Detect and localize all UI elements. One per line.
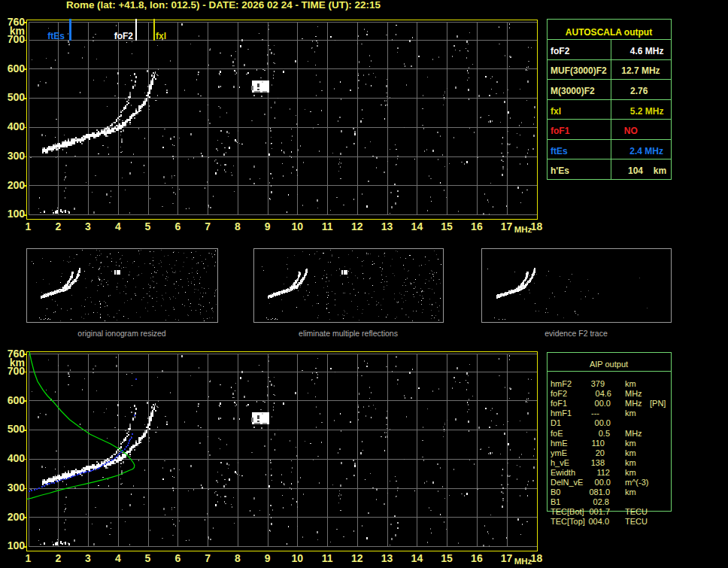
svg-text:h'Es: h'Es xyxy=(551,166,569,176)
svg-text:100: 100 xyxy=(8,208,26,220)
svg-text:2: 2 xyxy=(55,220,61,232)
svg-text:7: 7 xyxy=(205,220,211,232)
svg-text:600: 600 xyxy=(8,394,26,406)
svg-text:18: 18 xyxy=(531,220,543,232)
svg-text:TEC[Top]: TEC[Top] xyxy=(551,517,585,526)
svg-text:NO: NO xyxy=(624,126,638,136)
svg-text:9: 9 xyxy=(265,220,271,232)
svg-text:m^(-3): m^(-3) xyxy=(625,478,648,487)
svg-text:ftEs: ftEs xyxy=(551,146,568,156)
svg-text:379: 379 xyxy=(591,379,605,388)
svg-text:[PN]: [PN] xyxy=(650,399,666,408)
svg-text:h_vE: h_vE xyxy=(551,458,569,467)
svg-text:15: 15 xyxy=(441,220,453,232)
svg-text:hmF2: hmF2 xyxy=(551,379,572,388)
svg-text:400: 400 xyxy=(8,120,26,132)
svg-text:00.0: 00.0 xyxy=(595,418,611,427)
svg-text:12: 12 xyxy=(351,220,363,232)
svg-text:14: 14 xyxy=(411,220,423,232)
svg-text:fxI: fxI xyxy=(156,31,166,41)
svg-text:7: 7 xyxy=(205,552,211,564)
svg-text:14: 14 xyxy=(411,552,423,564)
svg-text:13: 13 xyxy=(381,552,393,564)
svg-text:MHz: MHz xyxy=(625,389,642,398)
svg-text:km: km xyxy=(654,166,666,176)
svg-text:4: 4 xyxy=(115,220,121,232)
svg-text:081.0: 081.0 xyxy=(589,488,610,497)
svg-text:200: 200 xyxy=(8,511,26,523)
svg-text:MHz: MHz xyxy=(514,557,532,566)
svg-text:2: 2 xyxy=(55,552,61,564)
svg-text:MHz: MHz xyxy=(625,429,642,438)
svg-text:300: 300 xyxy=(8,481,26,494)
svg-text:foF2: foF2 xyxy=(551,389,567,398)
svg-text:11: 11 xyxy=(322,552,333,564)
svg-text:16: 16 xyxy=(471,552,483,564)
svg-text:km: km xyxy=(625,458,636,467)
svg-text:00.0: 00.0 xyxy=(595,399,611,408)
svg-text:original ionogram resized: original ionogram resized xyxy=(77,329,165,338)
svg-text:hmF1: hmF1 xyxy=(551,409,572,418)
svg-text:104: 104 xyxy=(628,166,643,176)
svg-text:km: km xyxy=(625,468,636,477)
svg-text:5: 5 xyxy=(145,220,151,232)
svg-text:700: 700 xyxy=(8,365,26,377)
svg-text:17: 17 xyxy=(501,552,513,564)
svg-text:6: 6 xyxy=(174,552,180,564)
svg-text:500: 500 xyxy=(8,423,26,435)
svg-text:Rome (lat: +41.8, lon: 012.5): Rome (lat: +41.8, lon: 012.5) - DATE: 20… xyxy=(66,0,381,11)
svg-text:12.7 MHz: 12.7 MHz xyxy=(621,65,660,76)
svg-text:MUF(3000)F2: MUF(3000)F2 xyxy=(551,65,607,76)
svg-text:DelN_vE: DelN_vE xyxy=(551,478,583,487)
svg-text:9: 9 xyxy=(265,552,271,564)
svg-text:18: 18 xyxy=(531,552,543,564)
svg-text:4.6 MHz: 4.6 MHz xyxy=(630,46,664,56)
svg-text:D1: D1 xyxy=(551,418,561,427)
svg-text:1: 1 xyxy=(26,552,32,564)
svg-text:eliminate multiple reflections: eliminate multiple reflections xyxy=(299,329,398,338)
svg-text:300: 300 xyxy=(8,150,26,162)
svg-text:foE: foE xyxy=(551,429,563,438)
svg-text:foF1: foF1 xyxy=(551,399,567,408)
svg-text:B0: B0 xyxy=(551,488,560,497)
svg-text:0.5: 0.5 xyxy=(599,429,610,438)
svg-text:AIP output: AIP output xyxy=(590,360,628,369)
svg-text:17: 17 xyxy=(501,220,513,232)
svg-text:00.0: 00.0 xyxy=(595,478,611,487)
svg-text:110: 110 xyxy=(591,439,605,448)
svg-text:001.7: 001.7 xyxy=(589,507,610,516)
svg-text:hmE: hmE xyxy=(551,439,568,448)
svg-text:Ewidth: Ewidth xyxy=(551,468,575,477)
svg-text:400: 400 xyxy=(8,452,26,464)
svg-text:15: 15 xyxy=(441,552,453,564)
svg-text:km: km xyxy=(625,379,636,388)
svg-text:16: 16 xyxy=(471,220,483,232)
svg-text:km: km xyxy=(625,439,636,448)
svg-text:4: 4 xyxy=(115,552,121,564)
svg-text:20: 20 xyxy=(596,448,605,457)
svg-text:foF2: foF2 xyxy=(551,46,570,56)
svg-text:1: 1 xyxy=(26,220,32,232)
svg-text:10: 10 xyxy=(292,220,304,232)
svg-text:---: --- xyxy=(591,409,599,418)
svg-text:12: 12 xyxy=(351,552,363,564)
svg-text:B1: B1 xyxy=(551,497,560,506)
svg-text:5.2 MHz: 5.2 MHz xyxy=(630,106,664,117)
svg-text:MHz: MHz xyxy=(514,225,532,234)
svg-text:fxI: fxI xyxy=(551,106,561,117)
svg-text:600: 600 xyxy=(8,62,26,74)
svg-text:8: 8 xyxy=(235,552,241,564)
svg-text:foF2: foF2 xyxy=(114,31,134,41)
svg-text:6: 6 xyxy=(174,220,180,232)
svg-text:ymE: ymE xyxy=(551,448,567,457)
svg-text:TECU: TECU xyxy=(625,517,648,526)
svg-text:500: 500 xyxy=(8,91,26,103)
svg-text:8: 8 xyxy=(235,220,241,232)
svg-text:km: km xyxy=(625,448,636,457)
svg-text:3: 3 xyxy=(85,220,91,232)
svg-text:100: 100 xyxy=(8,539,26,551)
svg-text:2.4 MHz: 2.4 MHz xyxy=(629,146,663,156)
svg-text:km: km xyxy=(625,409,636,418)
svg-text:004.0: 004.0 xyxy=(588,517,609,526)
svg-text:ftEs: ftEs xyxy=(47,31,65,41)
